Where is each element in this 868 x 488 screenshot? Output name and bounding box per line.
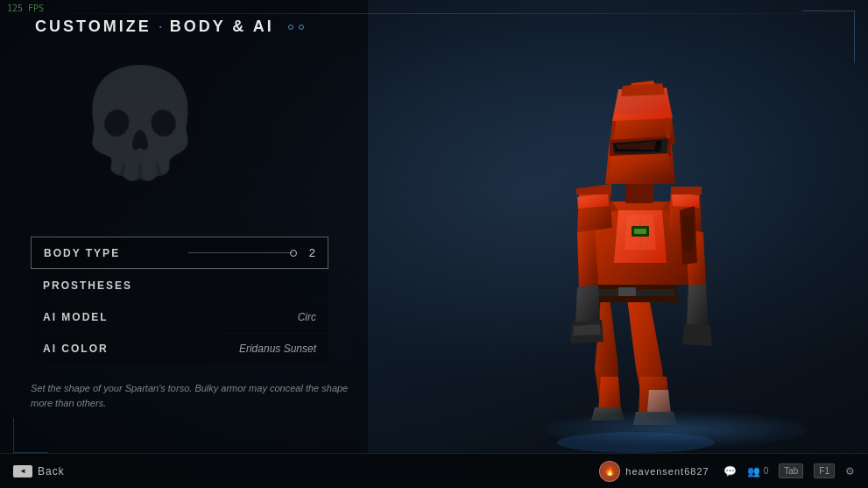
- back-button[interactable]: Back: [13, 465, 65, 477]
- settings-icon-group[interactable]: ⚙: [845, 465, 855, 477]
- item-description: Set the shape of your Spartan's torso. B…: [31, 381, 363, 410]
- player-name: heavensent6827: [625, 466, 709, 477]
- ai-model-value: Circ: [298, 311, 316, 323]
- menu-item-ai-model[interactable]: AI MODEL Circ: [31, 302, 328, 332]
- character-platform: [544, 412, 807, 447]
- slider-handle: [290, 250, 297, 257]
- slider-track: [188, 252, 293, 253]
- f1-key: F1: [814, 463, 835, 478]
- chat-icon-group[interactable]: 💬: [723, 465, 737, 477]
- customization-menu: BODY TYPE 2 PROSTHESES AI MODEL Circ AI …: [31, 237, 328, 365]
- svg-rect-6: [625, 184, 653, 203]
- svg-rect-1: [618, 287, 636, 296]
- menu-item-prostheses[interactable]: PROSTHESES: [31, 271, 328, 301]
- ai-model-label: AI MODEL: [43, 311, 109, 323]
- header-prefix: CUSTOMIZE: [35, 18, 152, 36]
- body-type-value: 2: [309, 246, 315, 259]
- body-type-controls: 2: [188, 246, 315, 259]
- svg-rect-5: [634, 229, 646, 234]
- f1-key-group[interactable]: F1: [814, 463, 835, 478]
- bottom-right-group: 🔥 heavensent6827 💬 👥 0 Tab F1 ⚙: [599, 461, 855, 482]
- top-border: [0, 13, 868, 14]
- player-avatar: 🔥: [599, 461, 620, 482]
- player-info: 🔥 heavensent6827: [599, 461, 709, 482]
- bottom-action-icons: 💬 👥 0 Tab F1 ⚙: [723, 463, 855, 478]
- back-icon: [13, 465, 32, 477]
- menu-item-body-type[interactable]: BODY TYPE 2: [31, 237, 328, 269]
- corner-deco-bl: [13, 418, 48, 453]
- ai-color-value: Eridanus Sunset: [239, 343, 316, 355]
- page-header: CUSTOMIZE · BODY & AI: [35, 18, 304, 36]
- chat-icon: 💬: [723, 465, 737, 477]
- corner-deco-tr: [802, 11, 855, 63]
- header-dot-1: [288, 25, 293, 30]
- tab-key-group[interactable]: Tab: [779, 463, 803, 478]
- bottom-navigation-bar: Back 🔥 heavensent6827 💬 👥 0 Tab F1 ⚙: [0, 453, 868, 488]
- character-display-area: [325, 0, 868, 473]
- people-icon-group[interactable]: 👥 0: [747, 465, 769, 477]
- ai-color-label: AI COLOR: [43, 343, 109, 355]
- back-label: Back: [38, 465, 65, 477]
- body-type-label: BODY TYPE: [44, 247, 120, 259]
- header-title: BODY & AI: [170, 18, 274, 36]
- prostheses-label: PROSTHESES: [43, 279, 132, 292]
- fps-counter: 125 FPS: [7, 4, 44, 13]
- header-dots: [288, 25, 304, 30]
- spartan-figure: [465, 26, 798, 456]
- body-type-slider[interactable]: [188, 252, 293, 253]
- tab-key: Tab: [779, 463, 803, 478]
- people-icon: 👥: [747, 465, 760, 477]
- bg-decoration: 💀: [61, 61, 219, 184]
- header-dot-2: [299, 25, 304, 30]
- menu-item-ai-color[interactable]: AI COLOR Eridanus Sunset: [31, 334, 328, 364]
- settings-icon: ⚙: [845, 465, 855, 477]
- header-separator: ·: [159, 18, 163, 36]
